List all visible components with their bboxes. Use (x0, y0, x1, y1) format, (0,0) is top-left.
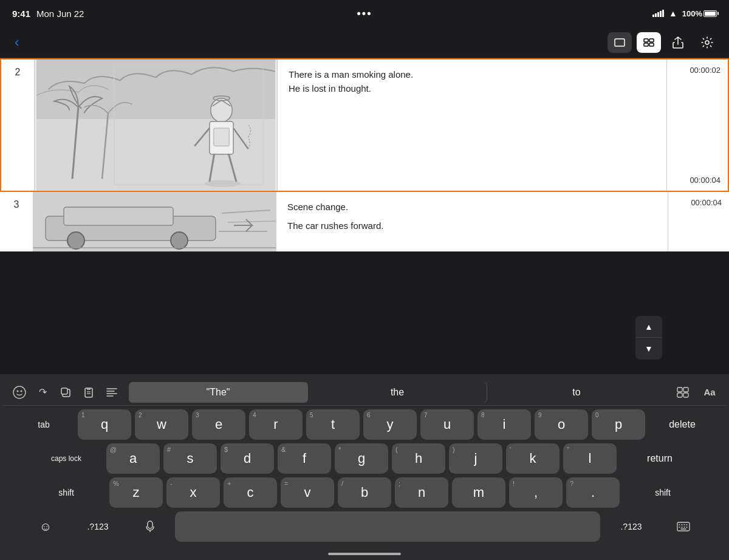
paste-icon[interactable] (78, 381, 100, 403)
svg-rect-3 (644, 43, 648, 46)
signal-bars-icon (652, 10, 664, 17)
svg-rect-2 (649, 39, 654, 42)
arrow-down-button[interactable]: ▼ (635, 338, 662, 360)
svg-point-29 (13, 386, 26, 398)
back-button[interactable]: ‹ (10, 32, 24, 53)
autocomplete-right: Aa (666, 381, 727, 403)
key-comma[interactable]: !, (509, 477, 563, 508)
key-q[interactable]: 1q (78, 409, 131, 440)
key-f[interactable]: &f (278, 443, 331, 474)
status-date: Mon Jun 22 (36, 9, 84, 19)
keyboard-row-1: tab 1q 2w 3e 4r 5t 6y 7u (5, 409, 724, 440)
key-h[interactable]: (h (392, 443, 445, 474)
key-a[interactable]: @a (106, 443, 160, 474)
view-grid-button[interactable] (637, 32, 661, 53)
key-r[interactable]: 4r (249, 409, 303, 440)
key-k[interactable]: 'k (506, 443, 560, 474)
key-g[interactable]: *g (335, 443, 388, 474)
key-i[interactable]: 8i (477, 409, 531, 440)
key-t[interactable]: 5t (306, 409, 360, 440)
grid-format-icon[interactable] (672, 381, 694, 403)
key-return[interactable]: return (620, 443, 699, 474)
svg-rect-43 (677, 522, 690, 531)
format-icon[interactable] (101, 381, 123, 403)
emoji-face-icon[interactable] (9, 381, 30, 403)
nav-left: ‹ (10, 32, 24, 53)
storyboard-row-2[interactable]: 2 (0, 58, 729, 192)
key-z[interactable]: %z (109, 477, 163, 508)
key-space[interactable] (175, 511, 600, 542)
time-cell-3: 00:00:04 (668, 192, 729, 251)
key-keyboard[interactable] (662, 511, 705, 542)
status-left: 9:41 Mon Jun 22 (12, 9, 84, 19)
wifi-icon: ▲ (669, 9, 677, 18)
key-delete[interactable]: delete (649, 409, 716, 440)
font-format-icon[interactable]: Aa (699, 381, 720, 403)
suggestion-1[interactable]: "The" (129, 382, 308, 403)
text-cell-3[interactable]: Scene change. The car rushes forward. (276, 192, 668, 251)
storyboard-content: 2 (0, 58, 729, 251)
view-single-button[interactable] (608, 32, 632, 53)
key-shift-left[interactable]: shift (27, 477, 106, 508)
key-c[interactable]: +c (224, 477, 277, 508)
key-shift-right[interactable]: shift (623, 477, 702, 508)
arrow-up-button[interactable]: ▲ (635, 316, 662, 338)
time-top-3: 00:00:04 (691, 198, 722, 207)
key-v[interactable]: =v (281, 477, 334, 508)
key-capslock[interactable]: caps lock (30, 443, 103, 474)
key-m[interactable]: m (452, 477, 505, 508)
svg-rect-40 (683, 393, 688, 397)
suggestion-3[interactable]: to (487, 382, 666, 403)
key-123-left[interactable]: .?123 (70, 511, 125, 542)
suggestion-2[interactable]: the (308, 382, 487, 403)
key-d[interactable]: $d (221, 443, 274, 474)
svg-point-30 (17, 390, 19, 392)
key-s[interactable]: #s (163, 443, 217, 474)
nav-arrows: ▲ ▼ (635, 316, 662, 360)
keyboard-rows: tab 1q 2w 3e 4r 5t 6y 7u (2, 409, 727, 542)
svg-rect-22 (64, 207, 173, 225)
key-l[interactable]: "l (563, 443, 617, 474)
key-w[interactable]: 2w (135, 409, 188, 440)
nav-right (608, 32, 719, 53)
status-bar: 9:41 Mon Jun 22 ••• ▲ 100% (0, 0, 729, 27)
time-bottom-2: 00:00:04 (690, 176, 720, 185)
frame-cell-2[interactable] (35, 60, 278, 191)
share-button[interactable] (666, 32, 690, 53)
key-e[interactable]: 3e (192, 409, 245, 440)
frame-cell-3[interactable] (33, 192, 276, 251)
key-period[interactable]: ?. (566, 477, 620, 508)
svg-rect-1 (644, 39, 648, 42)
key-emoji[interactable]: ☺ (24, 511, 67, 542)
key-n[interactable]: ;n (395, 477, 448, 508)
settings-button[interactable] (695, 32, 719, 53)
key-o[interactable]: 9o (535, 409, 588, 440)
svg-rect-41 (148, 521, 152, 528)
key-b[interactable]: /b (338, 477, 391, 508)
battery-icon (703, 10, 717, 17)
sketch-image-3 (33, 192, 276, 251)
svg-rect-38 (683, 388, 688, 392)
storyboard-row-3[interactable]: 3 Scene change. The (0, 192, 729, 251)
status-dots: ••• (357, 7, 372, 20)
copy-icon[interactable] (55, 381, 77, 403)
key-x[interactable]: -x (166, 477, 220, 508)
svg-point-31 (21, 390, 22, 392)
sketch-image-2 (35, 60, 277, 191)
key-mic[interactable] (129, 511, 171, 542)
key-u[interactable]: 7u (420, 409, 474, 440)
nav-bar: ‹ (0, 27, 729, 58)
key-123-right[interactable]: .?123 (604, 511, 659, 542)
text-scene-change: Scene change. (287, 200, 657, 214)
key-tab[interactable]: tab (13, 409, 74, 440)
text-cell-2[interactable]: There is a man smoking alone. He is lost… (278, 60, 667, 191)
key-y[interactable]: 6y (363, 409, 417, 440)
time-top-2: 00:00:02 (690, 66, 720, 75)
svg-point-18 (205, 180, 241, 187)
key-p[interactable]: 0p (592, 409, 645, 440)
key-j[interactable]: )j (449, 443, 502, 474)
svg-rect-39 (677, 393, 682, 397)
autocomplete-suggestions: "The" the to (129, 382, 666, 403)
svg-rect-33 (61, 388, 67, 394)
undo-icon[interactable]: ↷ (32, 381, 53, 403)
